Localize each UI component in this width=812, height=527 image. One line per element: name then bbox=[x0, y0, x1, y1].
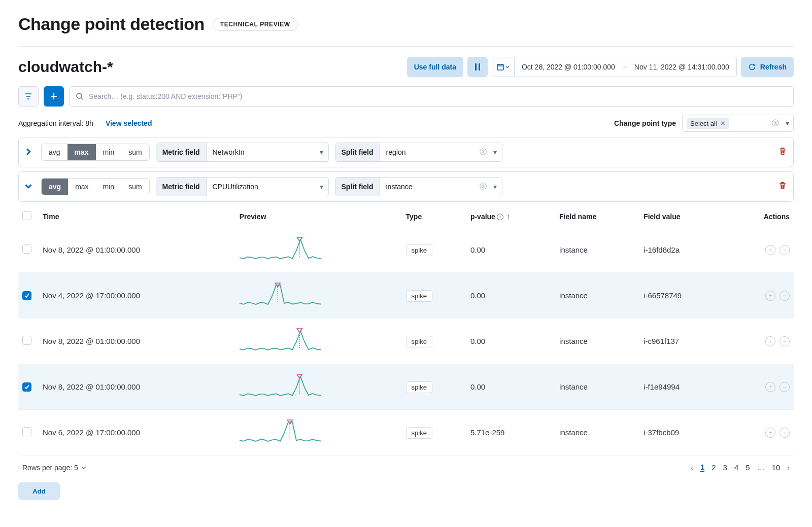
chevron-down-icon[interactable]: ▾ bbox=[493, 183, 497, 191]
remove-pill-icon[interactable]: ✕ bbox=[720, 120, 726, 127]
svg-point-3 bbox=[77, 93, 82, 98]
rows-per-page-select[interactable]: Rows per page: 5 bbox=[22, 464, 86, 472]
svg-rect-2 bbox=[497, 64, 503, 70]
select-all-checkbox[interactable] bbox=[22, 211, 31, 220]
col-field-value: Field value bbox=[639, 206, 726, 227]
col-pvalue[interactable]: p-valuei↑ bbox=[466, 206, 555, 227]
chevron-down-icon[interactable]: ▾ bbox=[320, 148, 323, 156]
auto-refresh-options-button[interactable] bbox=[467, 57, 488, 77]
info-icon[interactable]: i bbox=[497, 214, 503, 220]
aggregation-option-max[interactable]: max bbox=[68, 179, 95, 195]
arrow-right-icon: → bbox=[621, 63, 628, 71]
plus-icon bbox=[50, 93, 57, 100]
page-10[interactable]: 10 bbox=[772, 463, 781, 472]
aggregation-option-sum[interactable]: sum bbox=[121, 179, 149, 195]
clear-split-field-icon[interactable]: ⓧ bbox=[480, 182, 487, 191]
chevron-down-icon[interactable]: ▾ bbox=[320, 183, 323, 191]
aggregation-option-min[interactable]: min bbox=[96, 144, 122, 160]
search-box[interactable] bbox=[69, 86, 794, 107]
page-3[interactable]: 3 bbox=[723, 463, 727, 472]
refresh-button[interactable]: Refresh bbox=[741, 57, 794, 77]
date-range-picker[interactable]: Oct 28, 2022 @ 01:00:00.000 → Nov 11, 20… bbox=[492, 57, 737, 77]
col-type: Type bbox=[402, 206, 466, 227]
add-action-button[interactable]: + bbox=[765, 336, 775, 346]
delete-config-button[interactable] bbox=[778, 147, 787, 158]
remove-action-button[interactable]: − bbox=[780, 245, 790, 255]
metric-field-select[interactable]: Metric fieldCPUUtilization▾ bbox=[156, 177, 329, 196]
view-selected-link[interactable]: View selected bbox=[106, 119, 152, 127]
cell-type-badge: spike bbox=[406, 336, 432, 347]
change-point-type-select[interactable]: Select all ✕ ⓧ ▾ bbox=[682, 115, 794, 132]
remove-action-button[interactable]: − bbox=[780, 382, 790, 392]
calendar-icon[interactable] bbox=[492, 57, 515, 77]
row-checkbox[interactable] bbox=[22, 291, 31, 300]
cell-field-name: instance bbox=[555, 319, 639, 364]
filter-button[interactable] bbox=[18, 86, 39, 107]
config-panel: avgmaxminsumMetric fieldNetworkIn▾Split … bbox=[18, 137, 794, 167]
collapse-toggle[interactable] bbox=[25, 183, 35, 191]
cell-field-value: i-66578749 bbox=[639, 273, 726, 319]
cell-time: Nov 8, 2022 @ 01:00:00.000 bbox=[39, 227, 235, 273]
cell-pvalue: 5.71e-259 bbox=[466, 410, 555, 455]
chevron-down-icon[interactable]: ▾ bbox=[493, 148, 497, 156]
add-filter-button[interactable] bbox=[44, 86, 64, 107]
add-action-button[interactable]: + bbox=[765, 291, 775, 301]
change-point-type-label: Change point type bbox=[614, 119, 676, 127]
delete-config-button[interactable] bbox=[778, 181, 787, 193]
aggregation-selector[interactable]: avgmaxminsum bbox=[41, 178, 150, 195]
remove-action-button[interactable]: − bbox=[780, 428, 790, 438]
page-title: Change point detection bbox=[18, 14, 205, 34]
row-checkbox[interactable] bbox=[22, 427, 31, 436]
add-action-button[interactable]: + bbox=[765, 245, 775, 255]
page-1[interactable]: 1 bbox=[700, 463, 704, 472]
cell-pvalue: 0.00 bbox=[466, 273, 555, 319]
clear-split-field-icon[interactable]: ⓧ bbox=[480, 148, 487, 157]
config-panel: avgmaxminsumMetric fieldCPUUtilization▾S… bbox=[18, 171, 794, 202]
cell-type-badge: spike bbox=[406, 290, 432, 302]
row-checkbox[interactable] bbox=[22, 336, 31, 345]
type-filter-pill[interactable]: Select all ✕ bbox=[687, 118, 729, 129]
expand-toggle[interactable] bbox=[25, 148, 35, 157]
search-input[interactable] bbox=[89, 92, 787, 100]
col-preview: Preview bbox=[235, 206, 402, 227]
chevron-down-icon bbox=[505, 65, 510, 69]
row-checkbox[interactable] bbox=[22, 382, 31, 392]
page-2[interactable]: 2 bbox=[712, 463, 716, 472]
use-full-data-button[interactable]: Use full data bbox=[407, 57, 463, 77]
metric-field-select[interactable]: Metric fieldNetworkIn▾ bbox=[156, 143, 329, 162]
aggregation-selector[interactable]: avgmaxminsum bbox=[41, 144, 150, 161]
results-table: Time Preview Type p-valuei↑ Field name F… bbox=[18, 206, 794, 455]
cell-field-name: instance bbox=[555, 364, 639, 410]
type-filter-pill-label: Select all bbox=[690, 120, 717, 127]
aggregation-option-min[interactable]: min bbox=[96, 179, 122, 195]
remove-action-button[interactable]: − bbox=[780, 336, 790, 346]
metric-field-label: Metric field bbox=[156, 143, 207, 161]
split-field-select[interactable]: Split fieldregionⓧ▾ bbox=[335, 143, 502, 162]
refresh-icon bbox=[748, 63, 756, 71]
row-checkbox[interactable] bbox=[22, 244, 31, 254]
clear-type-filter-icon[interactable]: ⓧ bbox=[772, 119, 779, 128]
add-button[interactable]: Add bbox=[18, 482, 60, 500]
add-action-button[interactable]: + bbox=[765, 382, 775, 392]
prev-page-button[interactable]: ‹ bbox=[691, 464, 693, 472]
cell-type-badge: spike bbox=[406, 427, 432, 439]
next-page-button[interactable]: › bbox=[787, 464, 790, 472]
chevron-down-icon bbox=[81, 466, 86, 469]
metric-field-value: CPUUtilization bbox=[213, 183, 258, 191]
add-action-button[interactable]: + bbox=[765, 428, 775, 438]
page-5[interactable]: 5 bbox=[746, 463, 750, 472]
cell-field-name: instance bbox=[555, 410, 639, 455]
aggregation-option-avg[interactable]: avg bbox=[42, 144, 67, 160]
chevron-down-icon[interactable]: ▾ bbox=[786, 119, 789, 127]
cell-type-badge: spike bbox=[406, 381, 432, 393]
aggregation-option-max[interactable]: max bbox=[67, 144, 96, 160]
aggregation-option-sum[interactable]: sum bbox=[121, 144, 149, 160]
remove-action-button[interactable]: − bbox=[780, 291, 790, 301]
sparkline-preview bbox=[240, 373, 321, 399]
svg-rect-1 bbox=[479, 63, 480, 71]
split-field-select[interactable]: Split fieldinstanceⓧ▾ bbox=[335, 177, 502, 196]
page-4[interactable]: 4 bbox=[734, 463, 738, 472]
cell-time: Nov 8, 2022 @ 01:00:00.000 bbox=[39, 319, 235, 364]
cell-pvalue: 0.00 bbox=[466, 227, 555, 273]
aggregation-option-avg[interactable]: avg bbox=[42, 179, 68, 195]
